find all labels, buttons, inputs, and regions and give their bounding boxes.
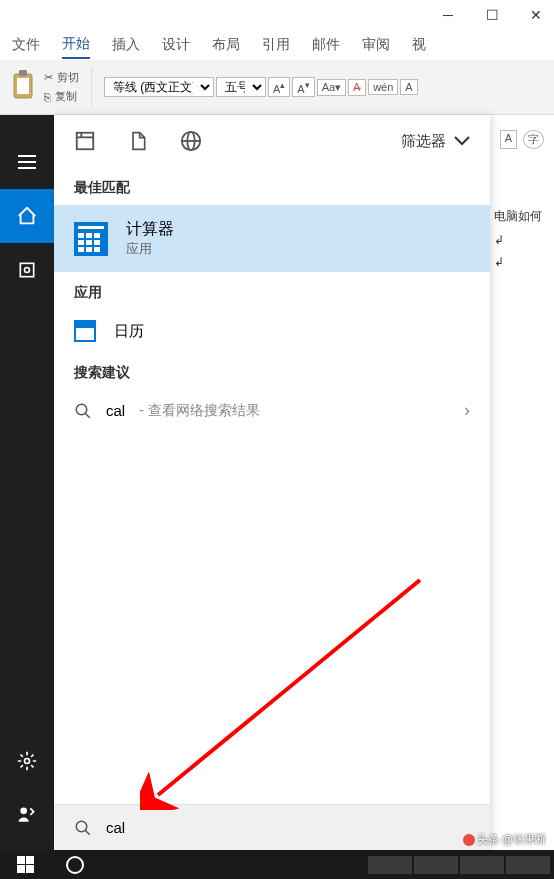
filter-documents[interactable]: [128, 130, 148, 152]
filter-web[interactable]: [180, 130, 202, 152]
calendar-icon: [74, 320, 96, 342]
sidebar-feedback[interactable]: [0, 788, 54, 842]
hamburger-menu[interactable]: [0, 135, 54, 189]
maximize-button[interactable]: ☐: [482, 7, 502, 23]
copy-label: 复制: [55, 89, 77, 104]
watermark-prefix: 头条: [477, 833, 499, 845]
taskbar: [0, 850, 554, 879]
calculator-icon: [74, 222, 108, 256]
copy-button[interactable]: ⎘复制: [44, 89, 79, 104]
cortana-button[interactable]: [50, 850, 100, 879]
web-suggestion[interactable]: cal - 查看网络搜索结果 ›: [54, 390, 490, 431]
search-results: 最佳匹配 计算器 应用 应用 日历 搜索建议: [54, 167, 490, 804]
char-border-button[interactable]: A: [400, 79, 417, 95]
svg-rect-3: [20, 263, 33, 276]
svg-point-13: [76, 404, 87, 415]
watermark-author: @张果断: [502, 833, 546, 845]
tab-mail[interactable]: 邮件: [312, 32, 340, 58]
change-case-button[interactable]: Aa▾: [317, 79, 346, 96]
apps-header: 应用: [54, 272, 490, 310]
word-document-area: 电脑如何 ↲ ↲: [494, 200, 554, 277]
word-ribbon-tabs: 文件 开始 插入 设计 布局 引用 邮件 审阅 视: [0, 30, 554, 60]
divider: [91, 67, 92, 107]
suggestion-query: cal: [106, 402, 125, 419]
clear-format-button[interactable]: A̶: [348, 79, 366, 96]
close-button[interactable]: ✕: [526, 7, 546, 23]
tab-insert[interactable]: 插入: [112, 32, 140, 58]
task-app-1[interactable]: [368, 856, 412, 874]
svg-point-4: [25, 268, 30, 273]
clipboard-group: ✂剪切 ⎘复制: [10, 70, 79, 104]
search-panel: 筛选器 最佳匹配 计算器 应用 应用: [54, 115, 490, 850]
svg-point-15: [76, 821, 87, 832]
svg-line-16: [85, 830, 90, 835]
tab-design[interactable]: 设计: [162, 32, 190, 58]
task-app-3[interactable]: [460, 856, 504, 874]
font-controls: 等线 (西文正文) 五号 A▴ A▾ Aa▾ A̶ wén A: [104, 77, 418, 97]
best-match-title: 计算器: [126, 219, 174, 240]
watermark-logo-icon: [463, 834, 475, 846]
char-shading-button[interactable]: A: [500, 130, 517, 149]
svg-rect-7: [77, 133, 94, 150]
windows-search-overlay: 筛选器 最佳匹配 计算器 应用 应用: [0, 115, 490, 850]
filter-label: 筛选器: [401, 132, 446, 151]
cortana-icon: [66, 856, 84, 874]
phonetic-guide-button[interactable]: wén: [368, 79, 398, 95]
tab-home[interactable]: 开始: [62, 31, 90, 59]
task-app-4[interactable]: [506, 856, 550, 874]
tab-file[interactable]: 文件: [12, 32, 40, 58]
increase-font-button[interactable]: A▴: [268, 77, 290, 97]
filter-dropdown[interactable]: 筛选器: [401, 132, 470, 151]
svg-point-5: [25, 759, 30, 764]
svg-rect-2: [17, 78, 29, 94]
tab-review[interactable]: 审阅: [362, 32, 390, 58]
font-size-select[interactable]: 五号: [216, 77, 266, 97]
suggestions-header: 搜索建议: [54, 352, 490, 390]
decrease-font-button[interactable]: A▾: [292, 77, 314, 97]
cut-button[interactable]: ✂剪切: [44, 70, 79, 85]
cut-label: 剪切: [57, 70, 79, 85]
font-name-select[interactable]: 等线 (西文正文): [104, 77, 214, 97]
word-titlebar: ─ ☐ ✕: [0, 0, 554, 30]
app-result-calendar[interactable]: 日历: [54, 310, 490, 352]
search-icon: [74, 819, 92, 837]
sidebar-timeline[interactable]: [0, 243, 54, 297]
minimize-button[interactable]: ─: [438, 7, 458, 23]
paste-icon[interactable]: [10, 70, 38, 102]
tab-view[interactable]: 视: [412, 32, 426, 58]
best-match-header: 最佳匹配: [54, 167, 490, 205]
search-input[interactable]: [106, 819, 470, 836]
filter-tabs: 筛选器: [54, 115, 490, 167]
watermark: 头条 @张果断: [463, 832, 546, 847]
sidebar-home[interactable]: [0, 189, 54, 243]
doc-text: 电脑如何: [494, 208, 554, 225]
svg-line-14: [85, 413, 90, 418]
chevron-right-icon: ›: [464, 400, 470, 421]
enclose-char-button[interactable]: 字: [523, 130, 544, 149]
task-app-2[interactable]: [414, 856, 458, 874]
best-match-item[interactable]: 计算器 应用: [54, 205, 490, 272]
app-result-label: 日历: [114, 322, 144, 341]
svg-rect-1: [19, 70, 27, 76]
svg-point-6: [20, 808, 27, 815]
chevron-down-icon: [454, 136, 470, 146]
search-box: [54, 804, 490, 850]
search-sidebar: [0, 115, 54, 850]
taskbar-apps: [368, 856, 554, 874]
start-button[interactable]: [0, 850, 50, 879]
windows-icon: [17, 856, 34, 873]
word-ribbon: ✂剪切 ⎘复制 等线 (西文正文) 五号 A▴ A▾ Aa▾ A̶ wén A …: [0, 60, 554, 115]
doc-cursor-2: ↲: [494, 255, 554, 269]
filter-apps[interactable]: [74, 130, 96, 152]
tab-references[interactable]: 引用: [262, 32, 290, 58]
sidebar-settings[interactable]: [0, 734, 54, 788]
suggestion-hint: - 查看网络搜索结果: [139, 402, 260, 420]
tab-layout[interactable]: 布局: [212, 32, 240, 58]
best-match-subtitle: 应用: [126, 240, 174, 258]
doc-cursor: ↲: [494, 233, 554, 247]
search-icon: [74, 402, 92, 420]
